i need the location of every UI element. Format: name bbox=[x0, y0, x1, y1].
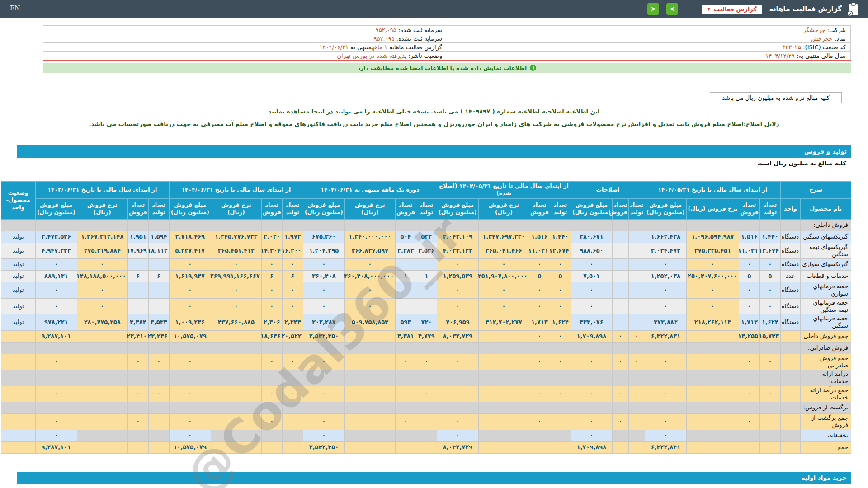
value-cell bbox=[628, 243, 645, 259]
value-cell: ۰ bbox=[127, 386, 148, 402]
value-cell: ۰ bbox=[739, 414, 760, 430]
value-cell bbox=[395, 298, 416, 314]
report-type-dropdown[interactable]: گزارش فعالیت ▼ bbox=[702, 5, 762, 14]
section-empty-cell bbox=[628, 342, 645, 354]
value-cell bbox=[628, 231, 645, 243]
value-cell: ۵,۲۲۷,۴۱۷ bbox=[169, 243, 211, 259]
value-cell bbox=[77, 430, 127, 441]
total-label-cell: جمع bbox=[801, 441, 851, 453]
section-empty-cell bbox=[686, 342, 739, 354]
value-cell: ۵۹۳ bbox=[395, 314, 416, 331]
unit-cell: دستگاه bbox=[780, 231, 800, 243]
section-empty-cell bbox=[571, 219, 612, 231]
section-empty-cell bbox=[344, 370, 395, 386]
section-empty-cell bbox=[211, 342, 261, 354]
value-cell: ۰ bbox=[739, 282, 760, 299]
discount-label-cell: تخفیفات bbox=[801, 430, 851, 441]
value-cell: ۰ bbox=[645, 354, 686, 370]
value-cell bbox=[77, 354, 127, 370]
section-empty-cell bbox=[1, 402, 35, 414]
info-value: ۱۴۰۴/۱۲/۲۹ bbox=[765, 52, 795, 59]
info-row: نماد: خچرخشسرمایه ثبت نشده: ۹۵۲,۰۹۵ bbox=[43, 34, 851, 43]
section-empty-cell bbox=[571, 342, 612, 354]
section-empty-cell bbox=[344, 342, 395, 354]
value-cell: ۰ bbox=[571, 414, 612, 430]
info-label: گزارش فعالیت ماهانه bbox=[387, 44, 442, 51]
previous-version-link[interactable]: اینجا bbox=[311, 108, 325, 115]
info-label: وضعیت ناشر: bbox=[406, 52, 442, 59]
product-name-cell: جعبه فرمانهاي سنگین bbox=[801, 314, 851, 331]
value-cell bbox=[628, 414, 645, 430]
info-label: نماد: bbox=[833, 35, 846, 42]
value-cell: ۲۵۰,۴۰۷,۶۰۰,۰۰۰ bbox=[686, 271, 739, 282]
value-cell bbox=[148, 259, 169, 271]
amendment-text-post: مشاهده نمایید bbox=[268, 108, 311, 115]
section-empty-cell bbox=[686, 370, 739, 386]
value-cell: ۰ bbox=[529, 259, 550, 271]
value-cell: ۰ bbox=[645, 414, 686, 430]
value-cell bbox=[760, 430, 780, 441]
value-cell: ۱,۳۴۵,۷۷۶,۷۳۳ bbox=[211, 231, 261, 243]
value-cell: ۰ bbox=[645, 386, 686, 402]
value-cell: ۱۰,۵۷۵,۰۷۹ bbox=[169, 330, 211, 342]
nav-next-button[interactable]: > bbox=[666, 3, 678, 15]
value-cell: ۰ bbox=[303, 414, 344, 430]
column-header: تعداد تولید bbox=[148, 198, 169, 219]
value-cell: ۰ bbox=[282, 282, 303, 299]
value-cell: ۱,۴۴۰ bbox=[550, 231, 571, 243]
value-cell: ۰ bbox=[686, 282, 739, 299]
section-empty-cell bbox=[612, 342, 628, 354]
nav-prev-button[interactable]: < bbox=[647, 3, 659, 15]
clipboard-report-icon bbox=[846, 2, 860, 16]
section-empty-cell bbox=[550, 402, 571, 414]
value-cell: ۶ bbox=[261, 271, 282, 282]
value-cell bbox=[282, 441, 303, 453]
status-cell: تولید bbox=[1, 243, 35, 259]
language-en-link[interactable]: EN bbox=[10, 5, 20, 12]
value-cell: ۱,۵۹۴ bbox=[148, 231, 169, 243]
table-row: گیربکسهاي سنگیندستگاه۱,۴۴۰۱,۵۱۶۱,۰۹۶,۵۹۴… bbox=[1, 231, 851, 243]
product-name-cell: گیربکسهاي سنگین bbox=[801, 231, 851, 243]
info-label: سال مالی منتهی به: bbox=[795, 52, 846, 59]
value-cell: ۷۲۰ bbox=[416, 314, 437, 331]
section-empty-cell bbox=[344, 219, 395, 231]
table-row: فروش داخلی: bbox=[1, 219, 851, 231]
value-cell bbox=[628, 282, 645, 299]
value-cell: ۱,۲۰۴,۲۹۵ bbox=[303, 243, 344, 259]
value-cell: ۰ bbox=[35, 430, 77, 441]
section-empty-cell bbox=[739, 370, 760, 386]
value-cell: ۳۳۳,۰۷۶ bbox=[571, 314, 612, 331]
report-type-dropdown-label: گزارش فعالیت bbox=[714, 6, 757, 13]
value-cell: ۰ bbox=[645, 430, 686, 441]
column-header: نرخ فروش (ریال) bbox=[211, 198, 261, 219]
value-cell: ۰ bbox=[344, 298, 395, 314]
value-cell: ۰ bbox=[169, 386, 211, 402]
section-empty-cell bbox=[169, 342, 211, 354]
value-cell bbox=[148, 441, 169, 453]
section-empty-cell bbox=[571, 402, 612, 414]
value-cell: ۰ bbox=[628, 330, 645, 342]
column-header: از ابتدای سال مالی تا تاریخ ۱۴۰۴/۰۵/۳۱ bbox=[645, 182, 780, 199]
section-empty-cell bbox=[127, 370, 148, 386]
value-cell bbox=[127, 298, 148, 314]
section-empty-cell bbox=[395, 342, 416, 354]
status-cell: تولید bbox=[1, 271, 35, 282]
section-empty-cell bbox=[169, 370, 211, 386]
unit-cell bbox=[780, 430, 800, 441]
status-cell: تولید bbox=[1, 298, 35, 314]
value-cell bbox=[395, 441, 416, 453]
value-cell: ۰ bbox=[416, 354, 437, 370]
value-cell bbox=[760, 441, 780, 453]
value-cell: ۰ bbox=[169, 414, 211, 430]
section-label-cell: فروش داخلی: bbox=[801, 219, 851, 231]
unit-cell: دستگاه bbox=[780, 243, 800, 259]
value-cell: ۰ bbox=[35, 414, 77, 430]
value-cell: ۲۱۸,۲۶۲,۱۱۳ bbox=[686, 314, 739, 331]
value-cell bbox=[344, 330, 395, 342]
value-cell bbox=[686, 414, 739, 430]
value-cell: ۰ bbox=[35, 298, 77, 314]
section-empty-cell bbox=[437, 402, 478, 414]
production-sales-table: شرحاز ابتدای سال مالی تا تاریخ ۱۴۰۴/۰۵/۳… bbox=[1, 181, 851, 454]
value-cell: ۳۶۶,۸۲۷,۵۹۷ bbox=[344, 243, 395, 259]
total-label-cell: جمع فروش داخلی bbox=[801, 330, 851, 342]
